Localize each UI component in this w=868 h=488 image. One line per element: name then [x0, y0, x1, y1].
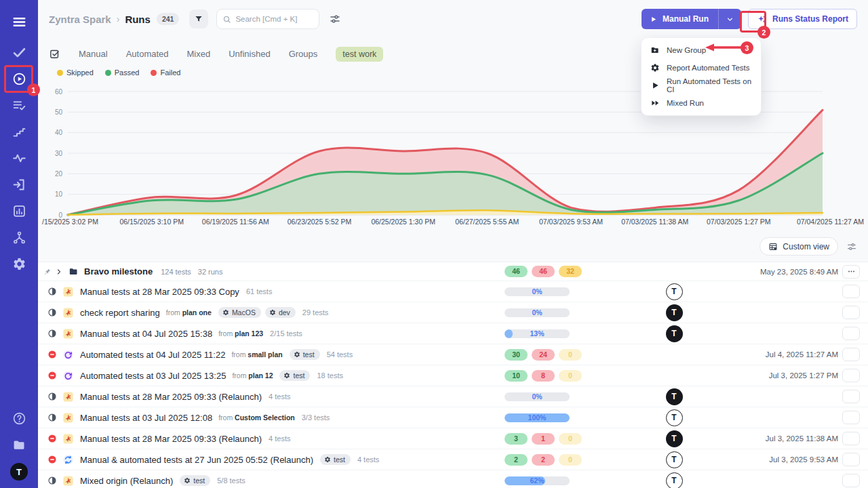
filter-button[interactable]	[189, 9, 208, 28]
row-menu-button[interactable]	[842, 390, 860, 403]
select-all-icon[interactable]	[49, 48, 60, 60]
run-title[interactable]: Manual & automated tests at 27 Jun 2025 …	[80, 455, 313, 465]
runs-count-badge: 241	[157, 13, 180, 25]
tab-automated[interactable]: Automated	[126, 49, 169, 59]
menu-item-run-automated-tests-on-ci[interactable]: Run Automated Tests on CI	[642, 77, 761, 94]
sidebar-item-projects[interactable]	[5, 432, 33, 458]
run-row[interactable]: check report sharing from plan one MacOS…	[38, 302, 868, 323]
sidebar-item-menu[interactable]	[5, 8, 33, 35]
row-menu-button[interactable]	[842, 348, 860, 361]
manual-run-icon	[62, 475, 74, 487]
stopped-status-icon	[47, 434, 57, 443]
sidebar-item-check[interactable]	[5, 39, 33, 66]
sidebar-item-help[interactable]	[5, 405, 33, 432]
svg-text:07/03/2025 11:38 AM: 07/03/2025 11:38 AM	[621, 218, 688, 226]
manual-run-button[interactable]: Manual Run	[642, 9, 718, 29]
run-row[interactable]: Mixed origin (Relaunch) test 5/8 tests 6…	[38, 470, 868, 488]
assignee-avatar[interactable]: T	[666, 325, 683, 342]
tab-groups[interactable]: Groups	[289, 49, 318, 59]
table-view-icon	[768, 242, 778, 251]
legend-label: Skipped	[66, 68, 94, 77]
row-menu-button[interactable]	[842, 432, 860, 445]
run-title[interactable]: check report sharing	[80, 308, 160, 318]
chevron-right-icon[interactable]	[55, 268, 63, 276]
assignee-avatar[interactable]: T	[666, 388, 683, 405]
search-box[interactable]	[216, 9, 319, 29]
assignee-avatar[interactable]: T	[666, 304, 683, 321]
row-menu-button[interactable]	[842, 411, 860, 424]
run-row[interactable]: Automated tests at 04 Jul 2025 11:22 fro…	[38, 344, 868, 365]
manual-run-dropdown-toggle[interactable]	[718, 9, 741, 29]
row-menu-button[interactable]	[842, 306, 860, 319]
sidebar-item-bar-chart[interactable]	[5, 198, 33, 224]
run-row[interactable]: Manual tests at 04 Jul 2025 15:38 from p…	[38, 323, 868, 344]
in-progress-status-icon	[47, 287, 57, 296]
tab-unfinished[interactable]: Unfinished	[229, 49, 270, 59]
manual-run-icon	[62, 391, 74, 403]
breadcrumb-project[interactable]: Zyntra Spark	[49, 14, 111, 25]
progress-bar: 62%	[505, 476, 570, 485]
menu-item-mixed-run[interactable]: Mixed Run	[642, 94, 761, 112]
sidebar-item-play-circle[interactable]	[5, 66, 33, 92]
menu-item-label: Report Automated Tests	[667, 64, 750, 72]
row-menu-button[interactable]	[842, 327, 860, 340]
run-title[interactable]: Manual tests at 04 Jul 2025 15:38	[80, 329, 212, 339]
run-title[interactable]: Automated tests at 04 Jul 2025 11:22	[80, 350, 225, 360]
in-progress-status-icon	[47, 392, 57, 401]
run-row[interactable]: Manual tests at 03 Jul 2025 12:08 from C…	[38, 407, 868, 428]
search-input[interactable]	[235, 15, 313, 23]
sidebar-item-steps[interactable]	[5, 119, 33, 145]
group-row[interactable]: Bravo milestone 124 tests 32 runs 464632…	[38, 262, 868, 281]
tag-test: test	[279, 370, 310, 381]
menu-item-report-automated-tests[interactable]: Report Automated Tests	[642, 59, 761, 77]
run-title[interactable]: Manual tests at 28 Mar 2025 09:33 (Relau…	[80, 392, 262, 402]
row-menu-button[interactable]	[842, 369, 860, 382]
run-row[interactable]: Manual tests at 28 Mar 2025 09:33 (Relau…	[38, 386, 868, 407]
run-title[interactable]: Mixed origin (Relaunch)	[80, 476, 173, 486]
sidebar-item-branch[interactable]	[5, 224, 33, 251]
run-title[interactable]: Automated tests at 03 Jul 2025 13:25	[80, 371, 226, 381]
count-badge-muted-skipped: 0	[559, 370, 582, 382]
manual-run-icon	[62, 286, 74, 298]
run-tests-count: 4 tests	[357, 455, 379, 464]
assignee-avatar[interactable]: T	[666, 451, 683, 468]
assignee-avatar[interactable]: T	[666, 472, 683, 488]
run-row[interactable]: Manual & automated tests at 27 Jun 2025 …	[38, 449, 868, 470]
row-menu-button[interactable]	[842, 285, 860, 298]
run-tests-count: 5/8 tests	[217, 476, 245, 485]
run-assignee: T	[665, 283, 683, 300]
menu-item-new-group[interactable]: New Group	[642, 41, 761, 59]
stopped-status-icon	[47, 350, 57, 359]
gear-icon	[12, 257, 26, 271]
check-icon	[12, 45, 26, 60]
run-tests-count: 4 tests	[269, 434, 290, 443]
run-title[interactable]: Manual tests at 28 Mar 2025 09:33 Copy	[80, 287, 239, 297]
assignee-avatar[interactable]: T	[666, 430, 683, 447]
column-settings-icon[interactable]	[846, 241, 857, 252]
user-avatar[interactable]: T	[10, 463, 28, 481]
run-row[interactable]: Manual tests at 28 Mar 2025 09:33 Copy 6…	[38, 281, 868, 302]
count-badge-skipped: 32	[559, 266, 582, 277]
sidebar-item-pulse[interactable]	[5, 145, 33, 171]
svg-text:40: 40	[55, 129, 63, 136]
group-name[interactable]: Bravo milestone	[84, 266, 153, 277]
assignee-avatar[interactable]: T	[666, 409, 683, 426]
run-row[interactable]: Automated tests at 03 Jul 2025 13:25 fro…	[38, 365, 868, 386]
row-menu-button[interactable]	[842, 474, 860, 487]
search-settings-icon[interactable]	[329, 13, 341, 25]
custom-view-button[interactable]: Custom view	[760, 237, 838, 256]
row-menu-button[interactable]	[842, 453, 860, 466]
sidebar-item-gear[interactable]	[5, 251, 33, 277]
sidebar-item-list-check[interactable]	[5, 92, 33, 119]
tab-mixed[interactable]: Mixed	[187, 49, 211, 59]
tab-test-work[interactable]: test work	[336, 47, 383, 62]
assignee-avatar[interactable]: T	[666, 283, 683, 300]
runs-status-report-button[interactable]: Runs Status Report	[748, 9, 857, 29]
sidebar-item-sign-in[interactable]	[5, 171, 33, 198]
run-title[interactable]: Manual tests at 03 Jul 2025 12:08	[80, 413, 212, 423]
run-title[interactable]: Manual tests at 28 Mar 2025 09:33 (Relau…	[80, 434, 262, 444]
row-menu-button[interactable]	[842, 265, 860, 279]
run-row[interactable]: Manual tests at 28 Mar 2025 09:33 (Relau…	[38, 428, 868, 449]
group-runs-count: 32 runs	[198, 268, 223, 276]
tab-manual[interactable]: Manual	[79, 49, 108, 59]
